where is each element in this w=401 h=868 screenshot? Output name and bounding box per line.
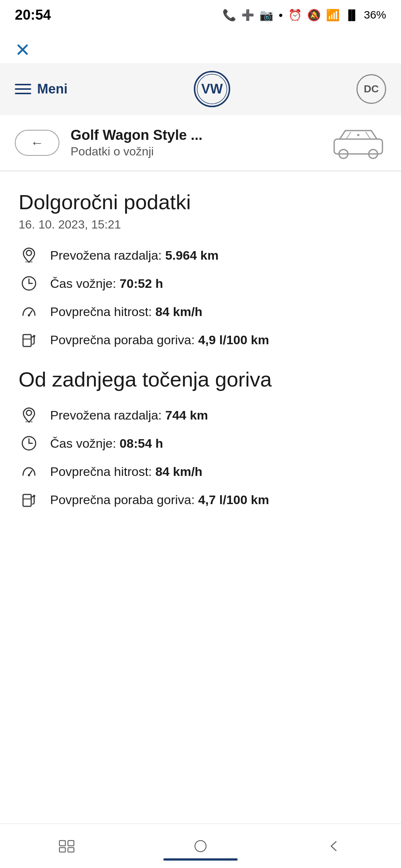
- svg-line-7: [346, 132, 351, 139]
- svg-rect-27: [23, 494, 31, 506]
- vw-logo: VW: [193, 70, 231, 108]
- clock-icon-2: [19, 434, 39, 452]
- lastfuel-distance-row: Prevožena razdalja: 744 km: [19, 406, 382, 424]
- lastfuel-speed-text: Povprečna hitrost: 84 km/h: [50, 464, 202, 479]
- camera-icon: 📷: [260, 9, 273, 22]
- status-icons: 📞 ➕ 📷 ● ⏰ 🔕 📶 ▐▌ 36%: [222, 9, 386, 22]
- longterm-speed-row: Povprečna hitrost: 84 km/h: [19, 303, 382, 320]
- svg-point-16: [28, 314, 30, 316]
- wifi-icon: 📶: [326, 9, 340, 22]
- main-content: Dolgoročni podatki 16. 10. 2023, 15:21 P…: [0, 171, 401, 537]
- dot-icon: ●: [278, 11, 283, 19]
- longterm-distance-row: Prevožena razdalja: 5.964 km: [19, 246, 382, 264]
- menu-label: Meni: [37, 81, 68, 97]
- car-icon: [330, 126, 386, 160]
- close-icon[interactable]: ✕: [15, 40, 30, 60]
- svg-text:VW: VW: [201, 81, 223, 96]
- page-subtitle: Podatki o vožnji: [71, 145, 202, 158]
- back-arrow-icon: ←: [30, 135, 44, 151]
- lastfuel-fuel-row: Povprečna poraba goriva: 4,7 l/100 km: [19, 491, 382, 509]
- status-time: 20:54: [15, 7, 51, 23]
- lastfuel-time-row: Čas vožnje: 08:54 h: [19, 434, 382, 452]
- svg-rect-17: [23, 335, 31, 346]
- hamburger-icon: [15, 84, 31, 94]
- fuel-icon-2: [19, 491, 39, 509]
- car-name: Golf Wagon Style ...: [71, 127, 202, 143]
- plus-icon: ➕: [241, 9, 254, 21]
- nav-home[interactable]: [182, 831, 219, 861]
- svg-rect-3: [334, 139, 382, 154]
- close-button-area: ✕: [0, 30, 401, 63]
- nav-header: Meni VW DC: [0, 63, 401, 115]
- mute-icon: 🔕: [307, 9, 321, 22]
- svg-rect-33: [68, 848, 74, 852]
- longterm-fuel-row: Povprečna poraba goriva: 4,9 l/100 km: [19, 331, 382, 349]
- location-icon-2: [19, 406, 39, 424]
- lastfuel-distance-text: Prevožena razdalja: 744 km: [50, 408, 208, 423]
- alarm-icon: ⏰: [288, 9, 302, 22]
- bottom-nav: [0, 823, 401, 868]
- svg-point-9: [357, 134, 359, 136]
- svg-point-29: [33, 495, 35, 497]
- user-avatar[interactable]: DC: [356, 74, 386, 104]
- longterm-date: 16. 10. 2023, 15:21: [19, 218, 382, 231]
- longterm-time-row: Čas vožnje: 70:52 h: [19, 274, 382, 292]
- phone-icon: 📞: [222, 9, 236, 22]
- location-icon-1: [19, 246, 39, 264]
- svg-line-8: [366, 132, 371, 139]
- longterm-distance-text: Prevožena razdalja: 5.964 km: [50, 248, 219, 263]
- sub-header-left: ← Golf Wagon Style ... Podatki o vožnji: [15, 127, 202, 158]
- svg-rect-32: [59, 848, 65, 852]
- lastfuel-fuel-text: Povprečna poraba goriva: 4,7 l/100 km: [50, 493, 269, 507]
- longterm-title: Dolgoročni podatki: [19, 190, 382, 214]
- lastfuel-title: Od zadnjega točenja goriva: [19, 367, 382, 391]
- battery-icon: 36%: [364, 9, 386, 21]
- svg-rect-31: [68, 841, 74, 846]
- longterm-fuel-text: Povprečna poraba goriva: 4,9 l/100 km: [50, 333, 269, 347]
- fuel-icon-1: [19, 331, 39, 349]
- svg-point-26: [28, 474, 30, 476]
- svg-rect-30: [59, 841, 65, 846]
- nav-recent-apps[interactable]: [48, 831, 85, 861]
- sub-header-title: Golf Wagon Style ... Podatki o vožnji: [71, 127, 202, 158]
- status-bar: 20:54 📞 ➕ 📷 ● ⏰ 🔕 📶 ▐▌ 36%: [0, 0, 401, 30]
- speedometer-icon-2: [19, 463, 39, 480]
- svg-point-20: [26, 410, 32, 415]
- svg-rect-34: [195, 841, 206, 852]
- longterm-time-text: Čas vožnje: 70:52 h: [50, 276, 163, 291]
- lastfuel-time-text: Čas vožnje: 08:54 h: [50, 436, 163, 451]
- signal-icon: ▐▌: [345, 9, 359, 21]
- svg-point-10: [26, 250, 32, 256]
- menu-button[interactable]: Meni: [15, 81, 68, 97]
- lastfuel-speed-row: Povprečna hitrost: 84 km/h: [19, 463, 382, 480]
- sub-header: ← Golf Wagon Style ... Podatki o vožnji: [0, 115, 401, 171]
- speedometer-icon-1: [19, 303, 39, 320]
- nav-back[interactable]: [316, 831, 353, 861]
- back-button[interactable]: ←: [15, 130, 59, 156]
- longterm-speed-text: Povprečna hitrost: 84 km/h: [50, 305, 202, 319]
- clock-icon-1: [19, 274, 39, 292]
- bottom-indicator: [163, 858, 238, 861]
- svg-point-19: [33, 335, 35, 337]
